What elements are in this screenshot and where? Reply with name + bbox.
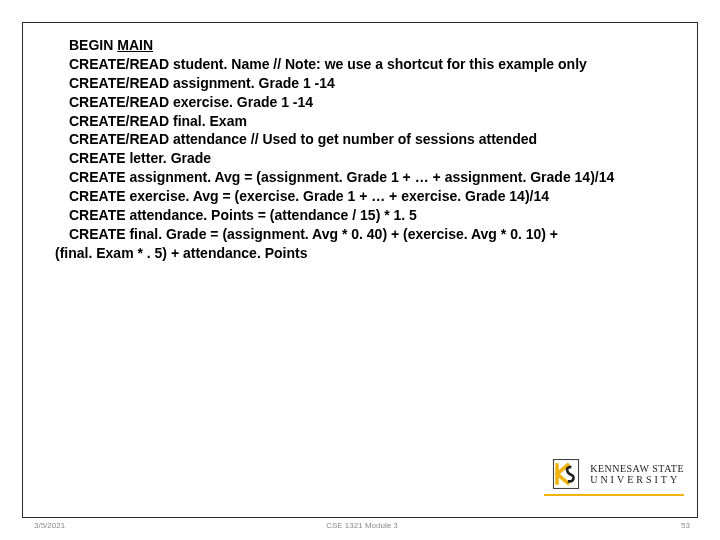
- code-line: CREATE letter. Grade: [55, 149, 680, 168]
- university-logo: KENNESAW STATE UNIVERSITY: [548, 456, 684, 492]
- keyword-begin: BEGIN: [69, 37, 117, 53]
- logo-line2: UNIVERSITY: [590, 475, 684, 485]
- logo-text: KENNESAW STATE UNIVERSITY: [590, 464, 684, 485]
- pseudocode-block: BEGIN MAIN CREATE/READ student. Name // …: [55, 36, 680, 263]
- footer-page: 53: [681, 521, 690, 530]
- footer: 3/5/2021 CSE 1321 Module 3 53: [26, 521, 698, 530]
- code-line: CREATE/READ assignment. Grade 1 -14: [55, 74, 680, 93]
- code-line: CREATE/READ attendance // Used to get nu…: [55, 130, 680, 149]
- code-line: (final. Exam * . 5) + attendance. Points: [55, 244, 680, 263]
- logo-underline: [544, 494, 684, 496]
- code-line: CREATE/READ final. Exam: [55, 112, 680, 131]
- logo-line1: KENNESAW STATE: [590, 464, 684, 474]
- code-line: CREATE exercise. Avg = (exercise. Grade …: [55, 187, 680, 206]
- code-line: CREATE attendance. Points = (attendance …: [55, 206, 680, 225]
- code-line: CREATE assignment. Avg = (assignment. Gr…: [55, 168, 680, 187]
- code-line: BEGIN MAIN: [55, 36, 680, 55]
- code-line: CREATE/READ exercise. Grade 1 -14: [55, 93, 680, 112]
- code-line: CREATE/READ student. Name // Note: we us…: [55, 55, 680, 74]
- ksu-logo-icon: [548, 456, 584, 492]
- footer-date: 3/5/2021: [34, 521, 65, 530]
- code-line: CREATE final. Grade = (assignment. Avg *…: [55, 225, 680, 244]
- keyword-main: MAIN: [117, 37, 153, 53]
- footer-course: CSE 1321 Module 3: [326, 521, 398, 530]
